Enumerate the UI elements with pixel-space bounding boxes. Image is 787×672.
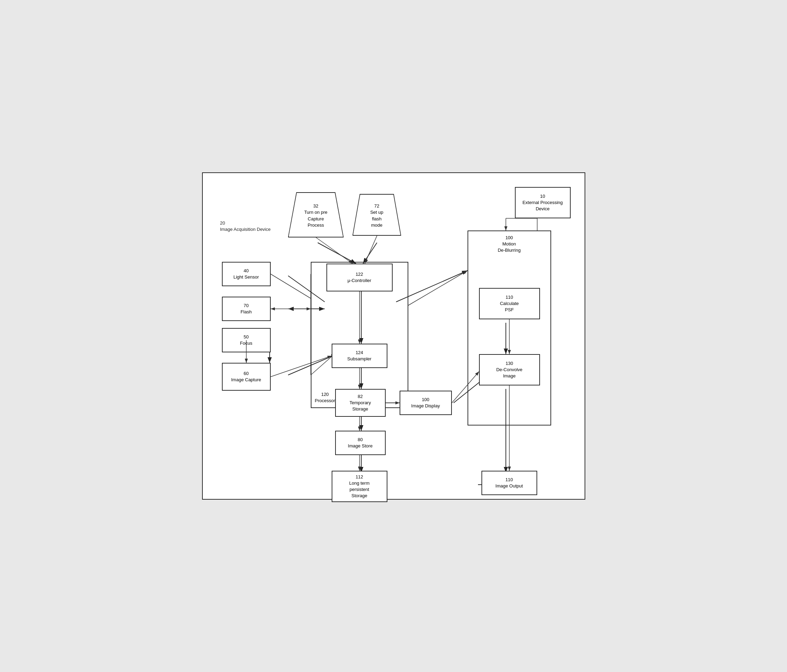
svg-line-31 <box>408 271 468 305</box>
temp-storage-box: 82 TemporaryStorage <box>335 389 386 417</box>
long-term-storage-box: 112 Long termpersistentStorage <box>332 471 387 502</box>
image-acq-label: 20 Image Acquisition Device <box>220 220 271 233</box>
svg-line-20 <box>316 237 352 263</box>
flash-mode-trap: 72 Set upflashmode <box>352 194 401 236</box>
calc-psf-box: 110 CalculatePSF <box>479 288 540 319</box>
image-display-box: 100 Image Display <box>400 391 452 415</box>
image-capture-box: 60 Image Capture <box>222 363 271 391</box>
svg-line-23 <box>271 274 311 298</box>
motion-deblur-outer-box: 100MotionDe-Blurring <box>468 230 551 426</box>
mu-controller-box: 122 μ-Controller <box>326 263 393 292</box>
svg-line-1 <box>363 243 377 263</box>
svg-line-21 <box>365 236 377 263</box>
focus-box: 50 Focus <box>222 328 271 352</box>
deconvolve-box: 130 De-ConvolveImage <box>479 354 540 385</box>
subsampler-box: 124 Subsampler <box>332 344 387 368</box>
light-sensor-box: 40 Light Sensor <box>222 262 271 286</box>
flash-box: 70 Flash <box>222 297 271 321</box>
svg-line-0 <box>318 243 356 263</box>
image-output-box: 110 Image Output <box>482 471 537 495</box>
diagram-container: 20 Image Acquisition Device 10 External … <box>202 172 585 500</box>
image-store-box: 80 Image Store <box>335 431 386 455</box>
external-device-box: 10 External ProcessingDevice <box>515 187 570 218</box>
pre-capture-trap: 32 Turn on preCaptureProcess <box>288 192 344 237</box>
